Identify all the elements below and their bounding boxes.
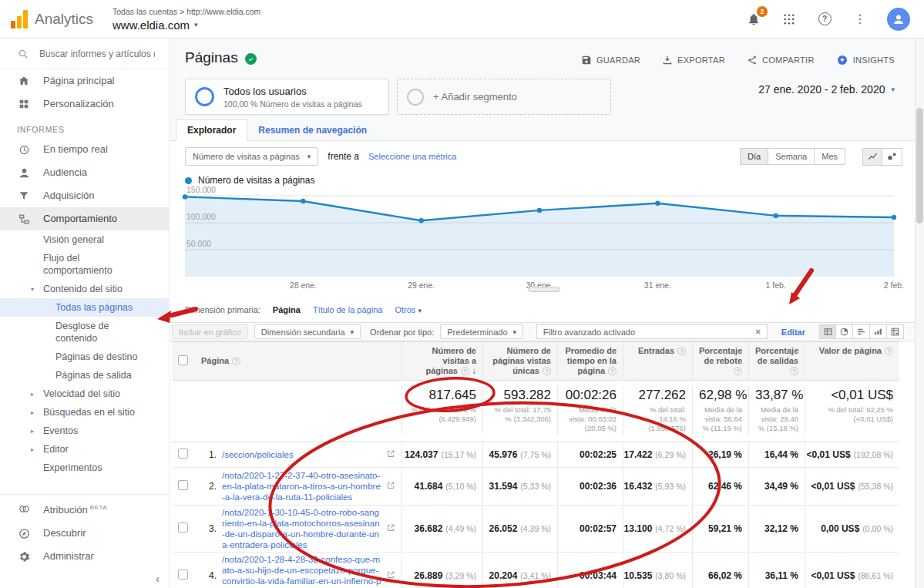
breadcrumb-root[interactable]: Todas las cuentas <box>113 7 177 16</box>
select-metric-link[interactable]: Seleccione una métrica <box>368 152 456 161</box>
sidebar-item-attribution[interactable]: AtribuciónBETA <box>0 496 169 522</box>
sidebar-item-label: Visión general <box>43 234 104 245</box>
sidebar-item-realtime[interactable]: En tiempo real <box>0 138 169 161</box>
column-header-avg-time[interactable]: Promedio de tiempo en la página <box>557 342 623 380</box>
sidebar-item-home[interactable]: Página principal <box>0 69 169 92</box>
sidebar-item-experiments[interactable]: Experimentos <box>0 459 169 477</box>
metric-percent: (5,93 %) <box>655 482 686 491</box>
motion-chart-button[interactable] <box>882 148 902 166</box>
ap​ps-grid-button[interactable] <box>781 11 798 28</box>
row-checkbox[interactable] <box>178 449 188 459</box>
sidebar-search[interactable] <box>0 39 169 69</box>
column-header-page-value[interactable]: Valor de página <box>805 342 899 380</box>
column-header-exit-rate[interactable]: Porcentaje de salidas <box>748 342 805 380</box>
segment-all-users[interactable]: Todos los usuarios 100,00 % Número de vi… <box>185 79 389 115</box>
timeline-slider-handle[interactable] <box>528 287 560 292</box>
sidebar-item-admin[interactable]: Administrar <box>0 545 169 568</box>
column-header-entrances[interactable]: Entradas <box>623 342 692 380</box>
external-link-icon[interactable] <box>386 481 395 492</box>
timeseries-chart[interactable]: 150.000 100.000 50.000 <box>185 190 894 282</box>
dimension-others[interactable]: Otros <box>395 305 422 314</box>
brand[interactable]: Analytics <box>0 10 102 29</box>
sidebar-item-site-content[interactable]: Contenido del sitio <box>0 280 169 298</box>
attribution-icon <box>17 502 31 516</box>
property-name[interactable]: www.eldia.com <box>113 18 190 32</box>
row-checkbox[interactable] <box>178 570 188 580</box>
sidebar-item-content-drilldown[interactable]: Desglose de contenido <box>0 317 169 348</box>
breadcrumb-path[interactable]: http://www.eldia.com <box>186 7 260 16</box>
select-all-checkbox[interactable] <box>178 355 188 365</box>
view-table-button[interactable] <box>819 324 836 339</box>
save-button[interactable]: GUARDAR <box>581 55 640 66</box>
external-link-icon[interactable] <box>386 523 395 535</box>
sidebar-item-behavior[interactable]: Comportamiento <box>0 207 169 230</box>
sidebar-item-all-pages[interactable]: Todas las páginas <box>0 298 169 317</box>
account-breadcrumb[interactable]: Todas las cuentas > http://www.eldia.com… <box>113 7 260 32</box>
sidebar-item-behavior-flow[interactable]: Flujo del comportamiento <box>0 249 169 280</box>
search-icon <box>17 48 29 60</box>
sidebar-section-reports: INFORMES <box>0 116 169 138</box>
sidebar-item-site-speed[interactable]: Velocidad del sitio <box>0 385 169 403</box>
column-header-page[interactable]: Página <box>195 352 402 370</box>
page-link[interactable]: /seccion/policiales <box>222 449 381 460</box>
close-icon[interactable] <box>750 325 767 338</box>
share-label: COMPARTIR <box>762 55 815 65</box>
granularity-month-button[interactable]: Mes <box>815 148 845 165</box>
more-menu-button[interactable] <box>852 11 869 28</box>
view-pivot-button[interactable] <box>887 324 904 339</box>
date-range-picker[interactable]: 27 ene. 2020 - 2 feb. 2020 <box>758 83 895 96</box>
dimension-page[interactable]: Página <box>273 305 301 314</box>
tab-explorer[interactable]: Explorador <box>176 119 247 141</box>
help-button[interactable] <box>816 11 833 28</box>
page-link[interactable]: /nota/2020-1-28-4-28-32-confeso-que-mato… <box>222 554 381 588</box>
tab-navigation-summary[interactable]: Resumen de navegación <box>247 120 378 141</box>
metric-percent: (15,17 %) <box>441 450 476 459</box>
view-performance-button[interactable] <box>853 324 870 339</box>
external-link-icon[interactable] <box>386 449 395 461</box>
share-button[interactable]: COMPARTIR <box>747 55 815 66</box>
metric-percent: (3,41 %) <box>520 571 551 580</box>
search-input[interactable] <box>39 49 155 59</box>
metric-selector[interactable]: Número de visitas a páginas <box>185 147 318 166</box>
sidebar-item-events[interactable]: Eventos <box>0 422 169 440</box>
granularity-week-button[interactable]: Semana <box>768 148 815 165</box>
page-link[interactable]: /nota/2020-1-27-2-37-40-otro-asesinato-e… <box>222 470 381 502</box>
sidebar-item-landing-pages[interactable]: Páginas de destino <box>0 348 169 366</box>
view-percentage-button[interactable] <box>836 324 853 339</box>
sidebar-item-publisher[interactable]: Editor <box>0 440 169 459</box>
vertical-scrollbar[interactable] <box>915 39 924 588</box>
sidebar-item-exit-pages[interactable]: Páginas de salida <box>0 366 169 385</box>
sidebar-item-discover[interactable]: Descubrir <box>0 522 169 545</box>
summary-pageviews: 817.645 <box>408 388 476 403</box>
avatar[interactable] <box>887 8 910 31</box>
column-header-unique-pageviews[interactable]: Número de páginas vistas únicas <box>482 342 557 380</box>
column-header-pageviews[interactable]: Número de visitas a páginas <box>402 342 482 380</box>
metric-value: 13.100 <box>624 523 653 534</box>
dimension-page-title[interactable]: Título de la página <box>313 305 383 314</box>
granularity-day-button[interactable]: Día <box>740 148 768 165</box>
column-header-bounce-rate[interactable]: Porcentaje de rebote <box>692 342 748 380</box>
sidebar-item-site-search[interactable]: Búsquedas en el sitio <box>0 403 169 422</box>
sidebar-item-acquisition[interactable]: Adquisición <box>0 184 169 207</box>
insights-button[interactable]: INSIGHTS <box>836 54 895 66</box>
view-comparison-button[interactable] <box>870 324 887 339</box>
sidebar-collapse-button[interactable] <box>156 572 160 585</box>
sort-type-button[interactable]: Predeterminado <box>440 324 523 339</box>
sidebar-item-customization[interactable]: Personalización <box>0 92 169 116</box>
sidebar-item-audience[interactable]: Audiencia <box>0 161 169 184</box>
secondary-dimension-button[interactable]: Dimensión secundaria <box>254 324 361 339</box>
sidebar-item-behavior-overview[interactable]: Visión general <box>0 230 169 249</box>
page-link[interactable]: /nota/2020-1-30-10-45-0-otro-robo-sangri… <box>222 507 381 550</box>
row-checkbox[interactable] <box>178 480 188 490</box>
metric-percent: (55,38 %) <box>858 482 893 491</box>
scrollbar-thumb[interactable] <box>916 108 923 223</box>
plot-rows-button[interactable]: Incluir en gráfico <box>172 324 248 339</box>
notifications-button[interactable]: 2 <box>745 11 762 28</box>
export-button[interactable]: EXPORTAR <box>662 55 725 66</box>
edit-filter-link[interactable]: Editar <box>781 328 805 337</box>
row-checkbox[interactable] <box>178 522 188 533</box>
add-segment-button[interactable]: + Añadir segmento <box>397 79 611 115</box>
compass-icon <box>17 526 31 540</box>
external-link-icon[interactable] <box>386 570 395 582</box>
line-chart-button[interactable] <box>862 148 882 166</box>
